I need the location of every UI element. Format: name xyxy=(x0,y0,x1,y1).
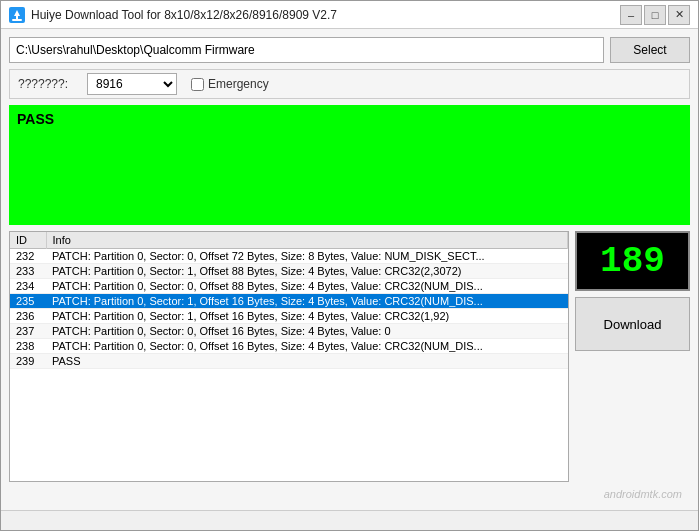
watermark-row: androidmtk.com xyxy=(9,488,690,502)
cell-info: PATCH: Partition 0, Sector: 1, Offset 16… xyxy=(46,309,568,324)
cell-id: 239 xyxy=(10,354,46,369)
table-row[interactable]: 233PATCH: Partition 0, Sector: 1, Offset… xyxy=(10,264,568,279)
cell-id: 233 xyxy=(10,264,46,279)
pass-area: PASS xyxy=(9,105,690,225)
table-row[interactable]: 237PATCH: Partition 0, Sector: 0, Offset… xyxy=(10,324,568,339)
table-row[interactable]: 232PATCH: Partition 0, Sector: 0, Offset… xyxy=(10,249,568,264)
window-title: Huiye Download Tool for 8x10/8x12/8x26/8… xyxy=(31,8,337,22)
cell-info: PATCH: Partition 0, Sector: 0, Offset 16… xyxy=(46,324,568,339)
cell-info: PATCH: Partition 0, Sector: 0, Offset 72… xyxy=(46,249,568,264)
log-table-container[interactable]: ID Info 232PATCH: Partition 0, Sector: 0… xyxy=(9,231,569,482)
table-row[interactable]: 239PASS xyxy=(10,354,568,369)
title-bar-left: Huiye Download Tool for 8x10/8x12/8x26/8… xyxy=(9,7,337,23)
cell-info: PATCH: Partition 0, Sector: 0, Offset 88… xyxy=(46,279,568,294)
cell-info: PATCH: Partition 0, Sector: 1, Offset 16… xyxy=(46,294,568,309)
table-header: ID Info xyxy=(10,232,568,249)
table-body: 232PATCH: Partition 0, Sector: 0, Offset… xyxy=(10,249,568,369)
cell-info: PATCH: Partition 0, Sector: 0, Offset 16… xyxy=(46,339,568,354)
main-window: Huiye Download Tool for 8x10/8x12/8x26/8… xyxy=(0,0,699,531)
close-button[interactable]: ✕ xyxy=(668,5,690,25)
emergency-wrap: Emergency xyxy=(191,77,269,91)
device-label: ???????: xyxy=(18,77,73,91)
cell-id: 234 xyxy=(10,279,46,294)
path-row: Select xyxy=(9,37,690,63)
emergency-label: Emergency xyxy=(208,77,269,91)
cell-id: 235 xyxy=(10,294,46,309)
counter-box: 189 xyxy=(575,231,690,291)
select-button[interactable]: Select xyxy=(610,37,690,63)
col-header-info: Info xyxy=(46,232,568,249)
table-row[interactable]: 238PATCH: Partition 0, Sector: 0, Offset… xyxy=(10,339,568,354)
maximize-button[interactable]: □ xyxy=(644,5,666,25)
log-table: ID Info 232PATCH: Partition 0, Sector: 0… xyxy=(10,232,568,369)
counter-value: 189 xyxy=(600,241,665,282)
device-row: ???????: 8916 8909 8x10 8x12 8x26 Emerge… xyxy=(9,69,690,99)
table-row[interactable]: 235PATCH: Partition 0, Sector: 1, Offset… xyxy=(10,294,568,309)
lower-section: ID Info 232PATCH: Partition 0, Sector: 0… xyxy=(9,231,690,482)
cell-info: PATCH: Partition 0, Sector: 1, Offset 88… xyxy=(46,264,568,279)
table-row[interactable]: 236PATCH: Partition 0, Sector: 1, Offset… xyxy=(10,309,568,324)
pass-text: PASS xyxy=(17,111,54,127)
right-panel: 189 Download xyxy=(575,231,690,482)
window-controls: – □ ✕ xyxy=(620,5,690,25)
cell-id: 238 xyxy=(10,339,46,354)
minimize-button[interactable]: – xyxy=(620,5,642,25)
watermark-text: androidmtk.com xyxy=(604,488,682,500)
device-select[interactable]: 8916 8909 8x10 8x12 8x26 xyxy=(87,73,177,95)
content-area: Select ???????: 8916 8909 8x10 8x12 8x26… xyxy=(1,29,698,510)
emergency-checkbox[interactable] xyxy=(191,78,204,91)
cell-id: 236 xyxy=(10,309,46,324)
cell-id: 232 xyxy=(10,249,46,264)
app-icon xyxy=(9,7,25,23)
cell-id: 237 xyxy=(10,324,46,339)
svg-rect-2 xyxy=(12,19,22,21)
cell-info: PASS xyxy=(46,354,568,369)
status-bar xyxy=(1,510,698,530)
download-button[interactable]: Download xyxy=(575,297,690,351)
path-input[interactable] xyxy=(9,37,604,63)
col-header-id: ID xyxy=(10,232,46,249)
title-bar: Huiye Download Tool for 8x10/8x12/8x26/8… xyxy=(1,1,698,29)
table-row[interactable]: 234PATCH: Partition 0, Sector: 0, Offset… xyxy=(10,279,568,294)
